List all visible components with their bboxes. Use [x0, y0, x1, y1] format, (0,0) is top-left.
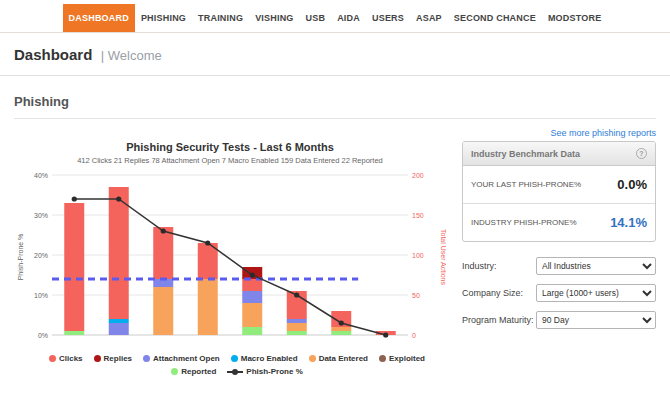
phish-prone-point: [294, 292, 299, 297]
phish-prone-point: [161, 228, 166, 233]
bar-segment-reported: [331, 331, 351, 335]
benchmark-panel-header: Industry Benchmark Data ?: [463, 142, 655, 166]
phish-prone-point: [250, 272, 255, 277]
page-title: Dashboard: [14, 46, 92, 63]
bar-segment-clicks: [153, 227, 173, 279]
bar-segment-data-entered: [242, 303, 262, 327]
filter-row-industry: Industry:All Industries: [462, 257, 656, 275]
chart-subtitle: 412 Clicks 21 Replies 78 Attachment Open…: [14, 156, 446, 165]
chart-title: Phishing Security Tests - Last 6 Months: [14, 141, 446, 153]
legend-line-icon: [227, 371, 243, 373]
help-icon[interactable]: ?: [636, 148, 647, 159]
filter-label: Company Size:: [462, 288, 523, 298]
svg-text:100: 100: [412, 252, 424, 259]
bar-segment-attachment-open: [109, 323, 129, 335]
nav-item-vishing[interactable]: VISHING: [249, 4, 299, 32]
bar-segment-reported: [64, 331, 84, 335]
svg-text:200: 200: [412, 172, 424, 179]
legend-item-phish-prone[interactable]: Phish-Prone %: [227, 367, 302, 376]
filter-select-company-size[interactable]: Large (1000+ users): [536, 284, 656, 302]
phish-prone-point: [72, 196, 77, 201]
legend-item-exploited[interactable]: Exploited: [379, 354, 425, 363]
legend-label: Clicks: [59, 354, 83, 363]
chart-legend: ClicksRepliesAttachment OpenMacro Enable…: [14, 354, 446, 376]
benchmark-filters: Industry:All IndustriesCompany Size:Larg…: [462, 257, 656, 329]
see-more-phishing-reports-link[interactable]: See more phishing reports: [14, 128, 656, 138]
svg-text:0%: 0%: [38, 332, 48, 339]
phish-prone-point: [116, 196, 121, 201]
bar-segment-attachment-open: [242, 291, 262, 303]
legend-item-replies[interactable]: Replies: [94, 354, 132, 363]
industry-benchmark-panel: Industry Benchmark Data ? YOUR LAST PHIS…: [462, 141, 656, 242]
bar-segment-clicks: [64, 203, 84, 331]
benchmark-row-label: INDUSTRY PHISH-PRONE%: [471, 218, 577, 227]
filter-row-program-maturity: Program Maturity:90 Day: [462, 311, 656, 329]
svg-text:50: 50: [412, 292, 420, 299]
legend-dot-icon: [171, 368, 178, 375]
phishing-chart-svg: 0%010%5020%10030%15040%200Phish-Prone %T…: [14, 167, 446, 347]
nav-item-modstore[interactable]: MODSTORE: [542, 4, 607, 32]
svg-text:150: 150: [412, 212, 424, 219]
legend-label: Exploited: [389, 354, 425, 363]
benchmark-panel-title: Industry Benchmark Data: [471, 149, 580, 159]
legend-dot-icon: [309, 355, 316, 362]
benchmark-row-industry-phish-prone: INDUSTRY PHISH-PRONE%14.1%: [463, 204, 655, 241]
svg-text:Phish-Prone %: Phish-Prone %: [17, 234, 24, 281]
legend-item-attachment-open[interactable]: Attachment Open: [143, 354, 220, 363]
legend-item-macro-enabled[interactable]: Macro Enabled: [231, 354, 298, 363]
bar-segment-clicks: [242, 279, 262, 291]
phishing-chart-panel: Phishing Security Tests - Last 6 Months …: [14, 139, 446, 376]
legend-dot-icon: [49, 355, 56, 362]
legend-dot-icon: [94, 355, 101, 362]
page-subtitle: | Welcome: [101, 48, 162, 63]
chart-plot-area: 0%010%5020%10030%15040%200Phish-Prone %T…: [14, 167, 446, 351]
phish-prone-point: [383, 332, 388, 337]
legend-dot-icon: [143, 355, 150, 362]
legend-dot-icon: [231, 355, 238, 362]
svg-text:20%: 20%: [34, 252, 48, 259]
legend-item-data-entered[interactable]: Data Entered: [309, 354, 368, 363]
bar-segment-attachment-open: [287, 319, 307, 323]
legend-item-reported[interactable]: Reported: [171, 367, 216, 376]
nav-item-phishing[interactable]: PHISHING: [135, 4, 192, 32]
legend-label: Reported: [181, 367, 216, 376]
bar-segment-macro-enabled: [109, 319, 129, 323]
filter-select-industry[interactable]: All Industries: [536, 257, 656, 275]
bar-segment-data-entered: [287, 323, 307, 331]
phish-prone-point: [339, 320, 344, 325]
bar-segment-reported: [287, 331, 307, 335]
benchmark-row-value: 14.1%: [610, 215, 647, 230]
filter-select-program-maturity[interactable]: 90 Day: [536, 311, 656, 329]
top-navigation: DASHBOARDPHISHINGTRAININGVISHINGUSBAIDAU…: [0, 0, 670, 33]
nav-item-usb[interactable]: USB: [300, 4, 332, 32]
svg-text:10%: 10%: [34, 292, 48, 299]
legend-label: Phish-Prone %: [246, 367, 302, 376]
filter-label: Industry:: [462, 261, 497, 271]
phish-prone-point: [205, 240, 210, 245]
page-header: Dashboard | Welcome: [0, 33, 670, 76]
bar-segment-data-entered: [153, 287, 173, 335]
benchmark-row-your-last-phish-prone: YOUR LAST PHISH-PRONE%0.0%: [463, 166, 655, 204]
nav-item-users[interactable]: USERS: [366, 4, 410, 32]
benchmark-row-value: 0.0%: [617, 177, 647, 192]
legend-label: Attachment Open: [153, 354, 220, 363]
svg-text:0: 0: [412, 332, 416, 339]
bar-segment-data-entered: [331, 327, 351, 331]
nav-item-asap[interactable]: ASAP: [410, 4, 448, 32]
bar-segment-reported: [242, 327, 262, 335]
legend-label: Macro Enabled: [241, 354, 298, 363]
nav-item-training[interactable]: TRAINING: [192, 4, 249, 32]
nav-item-second-chance[interactable]: SECOND CHANCE: [448, 4, 542, 32]
bar-segment-clicks: [109, 187, 129, 319]
legend-label: Replies: [104, 354, 132, 363]
benchmark-row-label: YOUR LAST PHISH-PRONE%: [471, 180, 581, 189]
filter-label: Program Maturity:: [462, 315, 534, 325]
svg-text:40%: 40%: [34, 172, 48, 179]
bar-segment-data-entered: [198, 279, 218, 335]
legend-item-clicks[interactable]: Clicks: [49, 354, 83, 363]
benchmark-column: Industry Benchmark Data ? YOUR LAST PHIS…: [446, 139, 656, 329]
svg-text:30%: 30%: [34, 212, 48, 219]
nav-item-dashboard[interactable]: DASHBOARD: [63, 4, 135, 32]
nav-item-aida[interactable]: AIDA: [331, 4, 366, 32]
section-title-phishing: Phishing: [14, 76, 656, 119]
